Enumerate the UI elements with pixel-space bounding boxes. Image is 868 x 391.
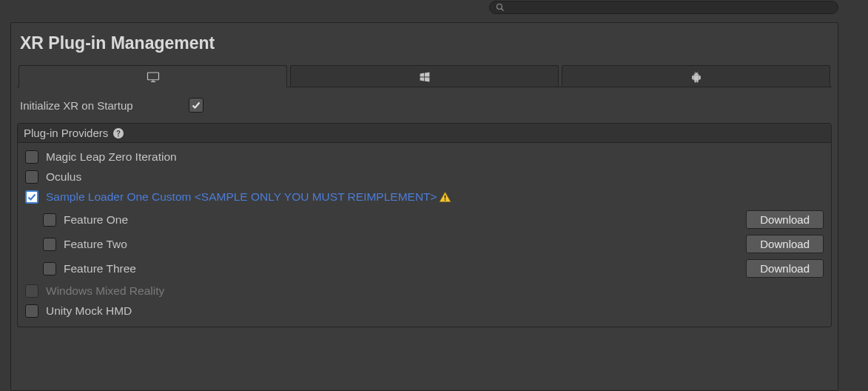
help-icon[interactable] [112, 127, 124, 139]
provider-magic-leap: Magic Leap Zero Iteration [25, 150, 824, 164]
svg-rect-2 [147, 73, 158, 80]
provider-label: Magic Leap Zero Iteration [46, 150, 177, 164]
provider-checkbox[interactable] [25, 170, 38, 184]
svg-point-0 [497, 4, 502, 10]
providers-header: Plug-in Providers [18, 124, 831, 143]
svg-rect-9 [444, 196, 445, 199]
top-bar [0, 0, 868, 15]
page-title: XR Plug-in Management [17, 33, 832, 65]
tab-windows[interactable] [290, 65, 559, 87]
providers-header-label: Plug-in Providers [24, 127, 108, 139]
provider-label: Windows Mixed Reality [46, 284, 164, 298]
search-icon [496, 3, 505, 12]
svg-point-6 [697, 73, 698, 74]
feature-label: Feature Two [56, 238, 746, 251]
download-button[interactable]: Download [746, 235, 824, 253]
feature-checkbox[interactable] [43, 262, 56, 275]
initialize-xr-label: Initialize XR on Startup [20, 99, 189, 112]
initialize-xr-checkbox[interactable] [189, 98, 203, 113]
feature-label: Feature Three [56, 262, 746, 275]
provider-label: Unity Mock HMD [46, 304, 132, 318]
provider-label: Sample Loader One Custom <SAMPLE ONLY YO… [46, 190, 437, 204]
monitor-icon [147, 71, 160, 83]
warning-icon [439, 191, 451, 203]
provider-checkbox [25, 284, 38, 298]
feature-row: Feature Three Download [43, 259, 824, 278]
search-input[interactable] [508, 2, 832, 13]
search-field-wrap[interactable] [489, 1, 838, 14]
provider-sample-loader: Sample Loader One Custom <SAMPLE ONLY YO… [25, 190, 824, 204]
feature-row: Feature Two Download [43, 235, 824, 253]
android-icon [690, 71, 703, 83]
svg-point-10 [444, 199, 445, 201]
provider-mock-hmd: Unity Mock HMD [25, 304, 824, 318]
tab-android[interactable] [562, 65, 830, 87]
settings-panel: XR Plug-in Management Initialize XR on S… [10, 22, 838, 391]
feature-checkbox[interactable] [43, 238, 56, 251]
download-button[interactable]: Download [746, 210, 824, 229]
svg-point-5 [695, 73, 696, 74]
provider-label: Oculus [46, 170, 81, 184]
provider-checkbox[interactable] [25, 304, 38, 318]
svg-point-8 [118, 135, 119, 136]
provider-checkbox[interactable] [25, 190, 38, 204]
providers-list: Magic Leap Zero Iteration Oculus Sample … [18, 143, 831, 327]
platform-tabs [17, 65, 832, 87]
feature-list: Feature One Download Feature Two Downloa… [25, 210, 824, 278]
provider-oculus: Oculus [25, 170, 824, 184]
windows-icon [418, 71, 431, 83]
svg-line-1 [502, 9, 504, 11]
download-button[interactable]: Download [746, 259, 824, 278]
feature-label: Feature One [56, 213, 746, 227]
feature-checkbox[interactable] [43, 213, 56, 227]
tab-standalone[interactable] [18, 65, 287, 87]
providers-box: Plug-in Providers Magic Leap Zero Iterat… [17, 123, 832, 327]
provider-checkbox[interactable] [25, 150, 38, 164]
provider-wmr: Windows Mixed Reality [25, 284, 824, 298]
feature-row: Feature One Download [43, 210, 824, 229]
tab-body: Initialize XR on Startup Plug-in Provide… [17, 87, 832, 378]
initialize-xr-row: Initialize XR on Startup [17, 96, 832, 123]
